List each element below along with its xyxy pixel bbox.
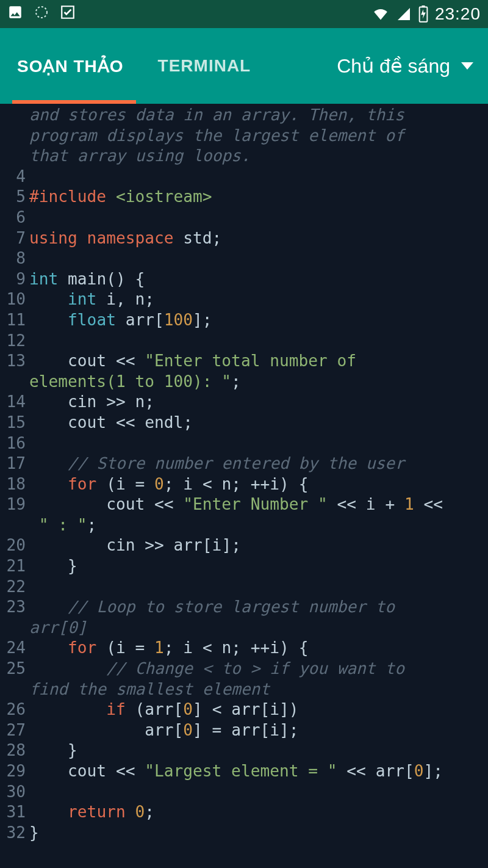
code-line[interactable]: arr[0] — [29, 618, 488, 638]
code-line[interactable]: for (i = 0; i < n; ++i) { — [29, 474, 488, 495]
code-line[interactable]: for (i = 1; i < n; ++i) { — [29, 638, 488, 659]
code-line[interactable]: using namespace std; — [29, 228, 488, 249]
toolbar: SOẠN THẢO TERMINAL Chủ đề sáng — [0, 28, 488, 104]
code-line[interactable]: arr[0] = arr[i]; — [29, 720, 488, 741]
clock-text: 23:20 — [435, 4, 481, 24]
image-icon — [7, 4, 23, 24]
code-line[interactable]: float arr[100]; — [29, 310, 488, 331]
status-left-icons — [7, 4, 76, 24]
code-line[interactable]: int main() { — [29, 269, 488, 290]
code-line[interactable]: find the smallest element — [29, 679, 488, 700]
theme-dropdown[interactable]: Chủ đề sáng — [331, 28, 488, 104]
status-right-icons: 23:20 — [371, 4, 481, 24]
code-line[interactable]: cout << "Enter total number of — [29, 351, 488, 372]
code-line[interactable]: return 0; — [29, 802, 488, 823]
code-line[interactable]: cout << "Enter Number " << i + 1 << — [29, 494, 488, 515]
code-line[interactable]: // Loop to store largest number to — [29, 597, 488, 618]
signal-icon — [396, 7, 412, 21]
code-line[interactable] — [29, 577, 488, 598]
svg-rect-2 — [422, 5, 425, 7]
code-line[interactable] — [29, 782, 488, 803]
code-line[interactable]: " : "; — [29, 515, 488, 536]
code-line[interactable]: cin >> n; — [29, 392, 488, 413]
code-line[interactable]: cin >> arr[i]; — [29, 535, 488, 556]
tab-terminal-label: TERMINAL — [158, 56, 251, 76]
wifi-icon — [371, 7, 390, 21]
code-line[interactable]: } — [29, 823, 488, 844]
code-line[interactable]: and stores data in an array. Then, this — [29, 105, 488, 126]
battery-icon — [418, 5, 429, 23]
code-line[interactable]: int i, n; — [29, 289, 488, 310]
code-area[interactable]: and stores data in an array. Then, this … — [29, 104, 488, 868]
code-editor[interactable]: ...45678910111213.141516171819.20212223.… — [0, 104, 488, 868]
code-line[interactable]: // Change < to > if you want to — [29, 659, 488, 679]
line-number-gutter: ...45678910111213.141516171819.20212223.… — [0, 104, 29, 868]
code-line[interactable] — [29, 248, 488, 269]
code-line[interactable]: that array using loops. — [29, 146, 488, 167]
code-line[interactable]: cout << "Largest element = " << arr[0]; — [29, 761, 488, 782]
code-line[interactable]: program displays the largest element of — [29, 126, 488, 146]
code-line[interactable] — [29, 331, 488, 352]
code-line[interactable] — [29, 433, 488, 454]
code-line[interactable]: elements(1 to 100): "; — [29, 372, 488, 392]
tab-editor-label: SOẠN THẢO — [17, 56, 124, 76]
theme-label: Chủ đề sáng — [337, 54, 450, 78]
code-line[interactable]: } — [29, 556, 488, 577]
tab-editor[interactable]: SOẠN THẢO — [0, 28, 141, 104]
code-line[interactable]: } — [29, 740, 488, 761]
loading-icon — [34, 4, 49, 24]
chevron-down-icon — [461, 62, 473, 70]
status-bar: 23:20 — [0, 0, 488, 28]
code-line[interactable] — [29, 167, 488, 187]
code-line[interactable]: // Store number entered by the user — [29, 454, 488, 474]
code-line[interactable]: #include <iostream> — [29, 187, 488, 208]
svg-point-0 — [36, 7, 47, 18]
code-line[interactable]: cout << endl; — [29, 413, 488, 433]
code-line[interactable]: if (arr[0] < arr[i]) — [29, 700, 488, 720]
check-icon — [60, 4, 76, 24]
code-line[interactable] — [29, 208, 488, 228]
tab-terminal[interactable]: TERMINAL — [141, 28, 268, 104]
